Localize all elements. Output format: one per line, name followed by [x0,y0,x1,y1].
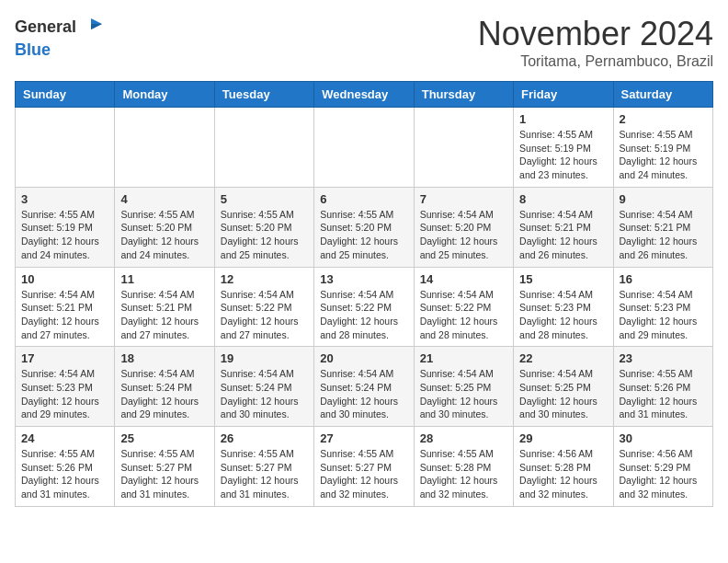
calendar-cell: 17Sunrise: 4:54 AM Sunset: 5:23 PM Dayli… [16,347,115,427]
day-info: Sunrise: 4:54 AM Sunset: 5:22 PM Dayligh… [320,288,407,342]
day-number: 25 [120,431,208,445]
weekday-header: Sunday [16,82,115,108]
weekday-header: Saturday [613,82,712,108]
calendar-cell: 2Sunrise: 4:55 AM Sunset: 5:19 PM Daylig… [613,108,712,188]
day-number: 2 [620,112,707,126]
day-info: Sunrise: 4:54 AM Sunset: 5:21 PM Dayligh… [519,208,607,262]
location-title: Toritama, Pernambuco, Brazil [478,53,713,70]
day-number: 23 [620,351,707,365]
calendar-cell: 24Sunrise: 4:55 AM Sunset: 5:26 PM Dayli… [16,427,115,507]
day-number: 18 [120,351,208,365]
day-info: Sunrise: 4:55 AM Sunset: 5:19 PM Dayligh… [21,208,108,262]
day-number: 26 [221,431,308,445]
calendar-week-row: 1Sunrise: 4:55 AM Sunset: 5:19 PM Daylig… [16,108,713,188]
day-number: 20 [320,351,407,365]
day-info: Sunrise: 4:54 AM Sunset: 5:21 PM Dayligh… [120,288,208,342]
calendar-week-row: 17Sunrise: 4:54 AM Sunset: 5:23 PM Dayli… [16,347,713,427]
calendar-cell: 14Sunrise: 4:54 AM Sunset: 5:22 PM Dayli… [414,267,513,347]
calendar-cell: 26Sunrise: 4:55 AM Sunset: 5:27 PM Dayli… [214,427,313,507]
calendar-cell: 18Sunrise: 4:54 AM Sunset: 5:24 PM Dayli… [115,347,214,427]
calendar-cell: 25Sunrise: 4:55 AM Sunset: 5:27 PM Dayli… [115,427,214,507]
calendar-cell [115,108,214,188]
calendar-cell: 22Sunrise: 4:54 AM Sunset: 5:25 PM Dayli… [514,347,613,427]
calendar-cell: 5Sunrise: 4:55 AM Sunset: 5:20 PM Daylig… [214,187,313,267]
day-info: Sunrise: 4:55 AM Sunset: 5:26 PM Dayligh… [21,447,108,501]
day-number: 24 [21,431,108,445]
title-section: November 2024 Toritama, Pernambuco, Braz… [478,15,713,70]
logo-blue-text: Blue [15,40,51,59]
day-number: 10 [21,272,108,286]
weekday-header: Monday [115,82,214,108]
day-info: Sunrise: 4:54 AM Sunset: 5:24 PM Dayligh… [120,367,208,421]
day-info: Sunrise: 4:55 AM Sunset: 5:27 PM Dayligh… [221,447,308,501]
calendar-cell: 6Sunrise: 4:55 AM Sunset: 5:20 PM Daylig… [314,187,414,267]
day-info: Sunrise: 4:54 AM Sunset: 5:24 PM Dayligh… [320,367,407,421]
day-number: 30 [620,431,707,445]
day-number: 14 [420,272,507,286]
calendar-cell: 3Sunrise: 4:55 AM Sunset: 5:19 PM Daylig… [16,187,115,267]
day-info: Sunrise: 4:55 AM Sunset: 5:20 PM Dayligh… [320,208,407,262]
day-info: Sunrise: 4:55 AM Sunset: 5:19 PM Dayligh… [620,128,707,182]
calendar-week-row: 10Sunrise: 4:54 AM Sunset: 5:21 PM Dayli… [16,267,713,347]
day-info: Sunrise: 4:55 AM Sunset: 5:20 PM Dayligh… [221,208,308,262]
calendar-cell: 23Sunrise: 4:55 AM Sunset: 5:26 PM Dayli… [613,347,712,427]
calendar-cell: 16Sunrise: 4:54 AM Sunset: 5:23 PM Dayli… [613,267,712,347]
day-info: Sunrise: 4:54 AM Sunset: 5:21 PM Dayligh… [21,288,108,342]
day-number: 8 [519,192,607,206]
calendar-cell [214,108,313,188]
day-info: Sunrise: 4:55 AM Sunset: 5:28 PM Dayligh… [420,447,507,501]
weekday-header: Tuesday [214,82,313,108]
day-info: Sunrise: 4:54 AM Sunset: 5:23 PM Dayligh… [620,288,707,342]
day-info: Sunrise: 4:56 AM Sunset: 5:28 PM Dayligh… [519,447,607,501]
day-info: Sunrise: 4:54 AM Sunset: 5:25 PM Dayligh… [519,367,607,421]
calendar-cell: 4Sunrise: 4:55 AM Sunset: 5:20 PM Daylig… [115,187,214,267]
month-title: November 2024 [478,15,713,53]
day-number: 16 [620,272,707,286]
day-number: 7 [420,192,507,206]
day-info: Sunrise: 4:54 AM Sunset: 5:20 PM Dayligh… [420,208,507,262]
calendar-cell: 7Sunrise: 4:54 AM Sunset: 5:20 PM Daylig… [414,187,513,267]
day-number: 22 [519,351,607,365]
day-info: Sunrise: 4:55 AM Sunset: 5:20 PM Dayligh… [120,208,208,262]
day-number: 5 [221,192,308,206]
calendar-cell: 19Sunrise: 4:54 AM Sunset: 5:24 PM Dayli… [214,347,313,427]
calendar-header-row: SundayMondayTuesdayWednesdayThursdayFrid… [16,82,713,108]
day-number: 4 [120,192,208,206]
day-info: Sunrise: 4:55 AM Sunset: 5:19 PM Dayligh… [519,128,607,182]
calendar-cell [314,108,414,188]
day-info: Sunrise: 4:55 AM Sunset: 5:27 PM Dayligh… [120,447,208,501]
calendar-cell [16,108,115,188]
day-info: Sunrise: 4:55 AM Sunset: 5:26 PM Dayligh… [620,367,707,421]
day-number: 27 [320,431,407,445]
calendar-cell: 20Sunrise: 4:54 AM Sunset: 5:24 PM Dayli… [314,347,414,427]
day-number: 6 [320,192,407,206]
weekday-header: Thursday [414,82,513,108]
day-number: 9 [620,192,707,206]
day-info: Sunrise: 4:54 AM Sunset: 5:22 PM Dayligh… [420,288,507,342]
day-info: Sunrise: 4:54 AM Sunset: 5:22 PM Dayligh… [221,288,308,342]
calendar-cell: 10Sunrise: 4:54 AM Sunset: 5:21 PM Dayli… [16,267,115,347]
logo: General Blue [15,15,104,61]
day-number: 1 [519,112,607,126]
day-info: Sunrise: 4:54 AM Sunset: 5:21 PM Dayligh… [620,208,707,262]
day-info: Sunrise: 4:55 AM Sunset: 5:27 PM Dayligh… [320,447,407,501]
day-info: Sunrise: 4:54 AM Sunset: 5:23 PM Dayligh… [21,367,108,421]
day-info: Sunrise: 4:54 AM Sunset: 5:25 PM Dayligh… [420,367,507,421]
calendar-week-row: 24Sunrise: 4:55 AM Sunset: 5:26 PM Dayli… [16,427,713,507]
logo-general-text: General [15,17,76,38]
calendar-cell: 30Sunrise: 4:56 AM Sunset: 5:29 PM Dayli… [613,427,712,507]
day-info: Sunrise: 4:54 AM Sunset: 5:23 PM Dayligh… [519,288,607,342]
day-number: 12 [221,272,308,286]
calendar-week-row: 3Sunrise: 4:55 AM Sunset: 5:19 PM Daylig… [16,187,713,267]
weekday-header: Friday [514,82,613,108]
calendar-cell: 11Sunrise: 4:54 AM Sunset: 5:21 PM Dayli… [115,267,214,347]
calendar-cell: 12Sunrise: 4:54 AM Sunset: 5:22 PM Dayli… [214,267,313,347]
calendar-cell: 29Sunrise: 4:56 AM Sunset: 5:28 PM Dayli… [514,427,613,507]
weekday-header: Wednesday [314,82,414,108]
logo-flag-icon [78,15,104,40]
day-number: 17 [21,351,108,365]
day-number: 28 [420,431,507,445]
day-number: 11 [120,272,208,286]
calendar-cell: 15Sunrise: 4:54 AM Sunset: 5:23 PM Dayli… [514,267,613,347]
calendar-cell: 8Sunrise: 4:54 AM Sunset: 5:21 PM Daylig… [514,187,613,267]
